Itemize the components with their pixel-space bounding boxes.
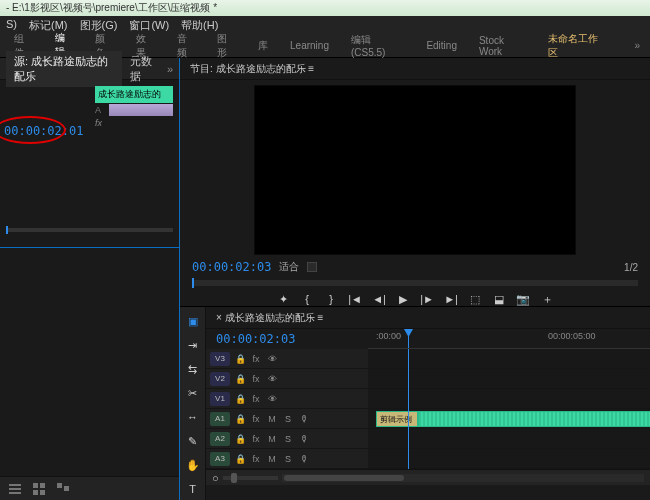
solo-icon[interactable]: S [282, 413, 294, 425]
type-tool-icon[interactable]: T [185, 481, 201, 497]
fx-icon[interactable]: fx [250, 453, 262, 465]
timeline-timecode[interactable]: 00:00:02:03 [216, 332, 295, 346]
source-timecode[interactable]: 00:00:02:01 [4, 124, 83, 138]
lock-icon[interactable]: 🔒 [234, 413, 246, 425]
ruler-tick: :00:00 [376, 331, 401, 341]
eye-icon[interactable]: 👁 [266, 373, 278, 385]
track-label: V1 [210, 392, 230, 406]
mic-icon[interactable]: 🎙 [298, 453, 310, 465]
selection-tool-icon[interactable]: ▣ [185, 313, 201, 329]
extract-icon[interactable]: ⬓ [492, 292, 506, 306]
lock-icon[interactable]: 🔒 [234, 453, 246, 465]
track-label: V2 [210, 372, 230, 386]
zoom-out-icon[interactable]: ○ [212, 472, 219, 484]
mark-out-icon[interactable]: } [324, 292, 338, 306]
track-lane-v3[interactable] [368, 349, 650, 369]
fx-icon[interactable]: fx [250, 433, 262, 445]
slip-tool-icon[interactable]: ↔ [185, 409, 201, 425]
track-lane-v2[interactable] [368, 369, 650, 389]
track-header-v1[interactable]: V1🔒fx👁 [206, 389, 368, 409]
track-header-a1[interactable]: A1🔒fxMS🎙 [206, 409, 368, 429]
project-panel [0, 248, 179, 500]
source-panel: 源: 成长路途励志的配乐 元数据 » 成长路途励志的 A fx 00:00:02… [0, 58, 179, 248]
workspace-tab[interactable]: 库 [248, 35, 278, 57]
mute-icon[interactable]: M [266, 453, 278, 465]
zoom-dropdown-icon[interactable] [307, 262, 317, 272]
hand-tool-icon[interactable]: ✋ [185, 457, 201, 473]
mute-icon[interactable]: M [266, 433, 278, 445]
workspace-tab[interactable]: Editing [416, 36, 467, 55]
add-marker-icon[interactable]: ✦ [276, 292, 290, 306]
fx-icon[interactable]: fx [250, 393, 262, 405]
lock-icon[interactable]: 🔒 [234, 353, 246, 365]
button-editor-icon[interactable]: ＋ [540, 292, 554, 306]
lift-icon[interactable]: ⬚ [468, 292, 482, 306]
go-to-out-icon[interactable]: ►| [444, 292, 458, 306]
lock-icon[interactable]: 🔒 [234, 393, 246, 405]
track-label: V3 [210, 352, 230, 366]
mic-icon[interactable]: 🎙 [298, 433, 310, 445]
panel-menu-icon[interactable]: » [167, 63, 173, 75]
solo-icon[interactable]: S [282, 433, 294, 445]
audio-clip[interactable]: 剪辑示例 [376, 411, 418, 427]
track-header-a3[interactable]: A3🔒fxMS🎙 [206, 449, 368, 469]
freeform-view-icon[interactable] [56, 482, 70, 496]
timeline-scrollbar[interactable] [282, 474, 644, 482]
program-monitor[interactable] [255, 86, 575, 254]
workspace-menu-icon[interactable]: » [624, 36, 650, 55]
track-header-v2[interactable]: V2🔒fx👁 [206, 369, 368, 389]
eye-icon[interactable]: 👁 [266, 353, 278, 365]
workspace-tab[interactable]: Learning [280, 36, 339, 55]
step-back-icon[interactable]: ◄| [372, 292, 386, 306]
source-clip-thumb[interactable]: 成长路途励志的 A fx [95, 86, 173, 128]
zoom-fit-label[interactable]: 适合 [279, 260, 299, 274]
program-header: 节目: 成长路途励志的配乐 ≡ [180, 58, 650, 80]
clip-name-label: 成长路途励志的 [95, 86, 173, 103]
list-view-icon[interactable] [8, 482, 22, 496]
solo-icon[interactable]: S [282, 453, 294, 465]
track-lane-a2[interactable] [368, 429, 650, 449]
resolution-label[interactable]: 1/2 [624, 262, 638, 273]
track-lane-v1[interactable] [368, 389, 650, 409]
track-lane-a3[interactable] [368, 449, 650, 469]
track-header-v3[interactable]: V3🔒fx👁 [206, 349, 368, 369]
ruler-tick: 00:00:05:00 [548, 331, 596, 341]
audio-clip[interactable] [418, 411, 650, 427]
program-panel: 节目: 成长路途励志的配乐 ≡ 00:00:02:03 适合 1/2 ✦ { }… [180, 58, 650, 306]
mute-icon[interactable]: M [266, 413, 278, 425]
play-icon[interactable]: ▶ [396, 292, 410, 306]
track-select-tool-icon[interactable]: ⇥ [185, 337, 201, 353]
razor-tool-icon[interactable]: ✂ [185, 385, 201, 401]
go-to-in-icon[interactable]: |◄ [348, 292, 362, 306]
timeline-bottom-bar: ○ [206, 469, 650, 485]
playhead-icon [404, 329, 413, 337]
zoom-slider[interactable] [223, 476, 278, 480]
pen-tool-icon[interactable]: ✎ [185, 433, 201, 449]
ripple-tool-icon[interactable]: ⇆ [185, 361, 201, 377]
lock-icon[interactable]: 🔒 [234, 433, 246, 445]
track-lane-a1[interactable]: 剪辑示例 [368, 409, 650, 429]
program-scrub-bar[interactable] [192, 280, 638, 286]
mark-in-icon[interactable]: { [300, 292, 314, 306]
workspace-tab[interactable]: Stock Work [469, 31, 537, 61]
svg-rect-1 [9, 488, 21, 490]
eye-icon[interactable]: 👁 [266, 393, 278, 405]
clip-label: 剪辑示例 [377, 412, 417, 427]
source-scrub-bar[interactable] [6, 228, 173, 232]
playhead[interactable] [408, 329, 409, 348]
timeline-tracks[interactable]: 剪辑示例 [368, 349, 650, 469]
lock-icon[interactable]: 🔒 [234, 373, 246, 385]
mic-icon[interactable]: 🎙 [298, 413, 310, 425]
fx-icon[interactable]: fx [250, 373, 262, 385]
tool-palette: ▣ ⇥ ⇆ ✂ ↔ ✎ ✋ T [180, 307, 206, 500]
svg-rect-4 [40, 483, 45, 488]
step-forward-icon[interactable]: |► [420, 292, 434, 306]
fx-icon[interactable]: fx [250, 353, 262, 365]
program-timecode[interactable]: 00:00:02:03 [192, 260, 271, 274]
track-label: A1 [210, 412, 230, 426]
fx-icon[interactable]: fx [250, 413, 262, 425]
export-frame-icon[interactable]: 📷 [516, 292, 530, 306]
track-header-a2[interactable]: A2🔒fxMS🎙 [206, 429, 368, 449]
icon-view-icon[interactable] [32, 482, 46, 496]
timeline-ruler[interactable]: :00:00 00:00:05:00 00:00:10:00 [368, 329, 650, 349]
